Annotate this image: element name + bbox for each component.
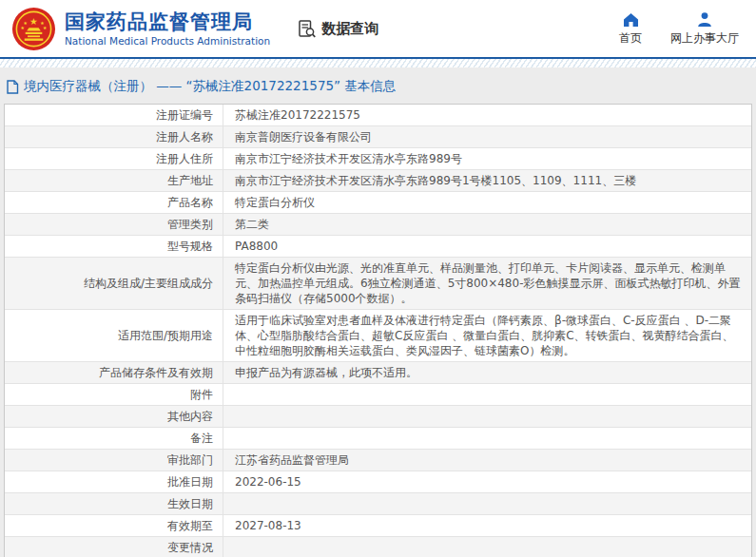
table-row: 附件: [5, 384, 751, 406]
row-value: 适用于临床试验室对患者血样及体液进行特定蛋白（降钙素原、β-微球蛋白、C-反应蛋…: [223, 310, 751, 361]
table-row: 型号规格 PA8800: [5, 236, 751, 258]
row-label: 批准日期: [5, 471, 223, 492]
table-row: 生产地址 南京市江宁经济技术开发区清水亭东路989号1号楼1105、1109、1…: [5, 170, 751, 192]
row-label: 审批部门: [5, 450, 223, 471]
row-label: 注册证编号: [5, 105, 223, 125]
row-value: [223, 384, 751, 405]
row-value: [223, 406, 751, 427]
table-row: 注册人住所 南京市江宁经济技术开发区清水亭东路989号: [5, 148, 751, 170]
svg-text:★: ★: [29, 15, 38, 26]
header-nav: 首页 网上办事大厅: [619, 11, 739, 47]
table-row: 产品储存条件及有效期 申报产品为有源器械，此项不适用。: [5, 362, 751, 384]
nav-home[interactable]: 首页: [619, 11, 642, 47]
row-label: 附件: [5, 384, 223, 405]
row-value: 特定蛋白分析仪由光源、光的准直单元、样品测量池、打印单元、卡片阅读器、显示单元、…: [223, 258, 751, 309]
row-label: 其他内容: [5, 406, 223, 427]
site-subtitle: National Medical Products Administration: [65, 35, 270, 47]
table-row: 备注: [5, 428, 751, 450]
row-value: [223, 493, 751, 514]
row-value: 苏械注准20172221575: [223, 105, 751, 125]
hatch-band: [0, 59, 756, 67]
row-label: 注册人住所: [5, 148, 223, 169]
table-row: 结构及组成/主要组成成分 特定蛋白分析仪由光源、光的准直单元、样品测量池、打印单…: [5, 258, 751, 310]
table-row: 管理类别 第二类: [5, 214, 751, 236]
table-row: 其他内容: [5, 406, 751, 428]
main-content: 境内医疗器械（注册） —— “苏械注准20172221575” 基本信息 注册证…: [0, 67, 756, 557]
row-value: PA8800: [223, 236, 751, 257]
row-label: 适用范围/预期用途: [5, 310, 223, 361]
row-value: 南京普朗医疗设备有限公司: [223, 126, 751, 147]
data-query-label: 数据查询: [321, 20, 378, 38]
brand-text: 国家药品监督管理局 National Medical Products Admi…: [65, 10, 270, 46]
home-icon: [622, 11, 640, 28]
row-value: [223, 537, 751, 557]
row-value: 申报产品为有源器械，此项不适用。: [223, 362, 751, 383]
site-title: 国家药品监督管理局: [65, 10, 270, 33]
table-row: 审批部门 江苏省药品监督管理局: [5, 450, 751, 471]
row-value: [223, 428, 751, 449]
table-row: 适用范围/预期用途 适用于临床试验室对患者血样及体液进行特定蛋白（降钙素原、β-…: [5, 310, 751, 362]
brand: ★ ★ ★ ★ ★ 国家药品监督管理局 National Medical Pro…: [11, 7, 270, 51]
nav-home-label: 首页: [619, 30, 642, 47]
site-header: ★ ★ ★ ★ ★ 国家药品监督管理局 National Medical Pro…: [0, 0, 756, 57]
row-value: 2027-08-13: [223, 515, 751, 536]
nav-service-hall-label: 网上办事大厅: [670, 30, 739, 47]
data-query-icon: [297, 19, 317, 39]
row-value: 2022-06-15: [223, 471, 751, 492]
table-row: 产品名称 特定蛋白分析仪: [5, 192, 751, 214]
row-label: 产品名称: [5, 192, 223, 213]
row-label: 产品储存条件及有效期: [5, 362, 223, 383]
user-icon: [696, 11, 713, 28]
table-row: 批准日期 2022-06-15: [5, 471, 751, 493]
row-label: 备注: [5, 428, 223, 449]
breadcrumb-text: 境内医疗器械（注册） —— “苏械注准20172221575” 基本信息: [24, 78, 396, 95]
row-label: 管理类别: [5, 214, 223, 235]
row-value: 南京市江宁经济技术开发区清水亭东路989号: [223, 148, 751, 169]
table-row: 生效日期: [5, 493, 751, 515]
document-icon: [6, 80, 19, 94]
device-info-table: 注册证编号 苏械注准20172221575 注册人名称 南京普朗医疗设备有限公司…: [4, 104, 752, 557]
row-label: 生效日期: [5, 493, 223, 514]
table-row: 变更情况: [5, 537, 751, 557]
row-value: 江苏省药品监督管理局: [223, 450, 751, 471]
row-value: 南京市江宁经济技术开发区清水亭东路989号1号楼1105、1109、1111、三…: [223, 170, 751, 191]
row-label: 型号规格: [5, 236, 223, 257]
row-label: 结构及组成/主要组成成分: [5, 258, 223, 309]
breadcrumb: 境内医疗器械（注册） —— “苏械注准20172221575” 基本信息: [6, 78, 756, 95]
row-value: 第二类: [223, 214, 751, 235]
table-row: 注册人名称 南京普朗医疗设备有限公司: [5, 126, 751, 148]
row-label: 生产地址: [5, 170, 223, 191]
row-label: 有效期至: [5, 515, 223, 536]
table-row: 注册证编号 苏械注准20172221575: [5, 105, 751, 126]
row-label: 注册人名称: [5, 126, 223, 147]
nav-data-query[interactable]: 数据查询: [297, 19, 378, 39]
table-row: 有效期至 2027-08-13: [5, 515, 751, 537]
svg-text:★: ★: [43, 25, 48, 30]
row-value: 特定蛋白分析仪: [223, 192, 751, 213]
svg-text:★: ★: [21, 25, 26, 30]
nmpa-emblem-logo: ★ ★ ★ ★ ★: [11, 7, 56, 51]
row-label: 变更情况: [5, 537, 223, 557]
nav-service-hall[interactable]: 网上办事大厅: [670, 11, 739, 47]
